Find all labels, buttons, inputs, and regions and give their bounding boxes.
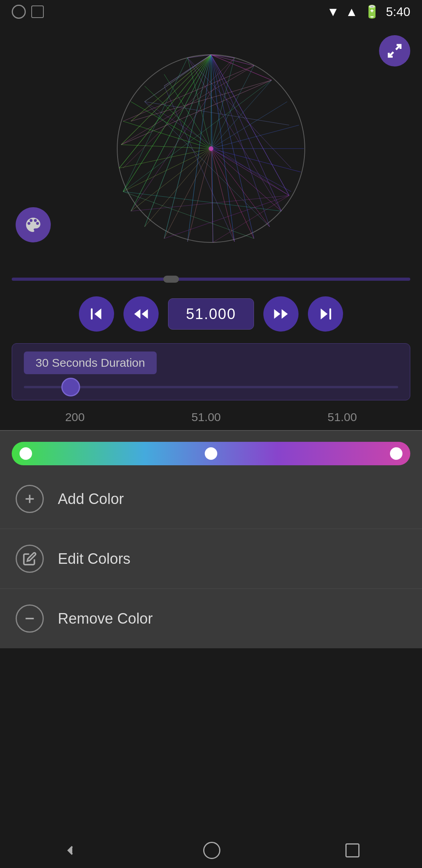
svg-line-22	[211, 55, 272, 80]
battery-icon: 🔋	[364, 4, 380, 19]
time-display: 51.000	[168, 298, 254, 330]
minus-icon	[23, 612, 37, 626]
svg-line-56	[123, 121, 211, 149]
svg-line-18	[164, 55, 211, 86]
svg-line-39	[121, 66, 254, 145]
svg-line-4	[211, 55, 281, 211]
palette-button[interactable]	[16, 207, 51, 242]
value-right: 51.00	[327, 411, 357, 424]
rewind-icon	[133, 306, 149, 322]
svg-line-7	[211, 55, 234, 242]
skip-back-icon	[88, 306, 105, 322]
remove-color-item[interactable]: Remove Color	[0, 589, 422, 648]
svg-line-69	[211, 149, 291, 192]
fullscreen-button[interactable]	[379, 35, 410, 66]
svg-marker-76	[274, 309, 281, 319]
svg-line-36	[188, 58, 281, 211]
remove-color-button[interactable]	[16, 604, 44, 633]
svg-line-31	[123, 192, 254, 239]
add-color-item[interactable]: Add Color	[0, 469, 422, 529]
plus-icon	[23, 492, 37, 506]
clock: 5:40	[386, 5, 410, 19]
svg-line-43	[211, 149, 289, 195]
svg-point-70	[209, 146, 213, 151]
svg-line-12	[131, 55, 211, 211]
svg-line-38	[123, 58, 234, 168]
svg-line-42	[131, 80, 272, 121]
edit-icon	[23, 552, 37, 566]
time-value: 51.000	[186, 306, 236, 323]
edit-colors-label: Edit Colors	[58, 551, 131, 567]
controls-row: 51.000	[0, 289, 422, 339]
skip-back-button[interactable]	[79, 296, 114, 332]
progress-thumb[interactable]	[163, 276, 179, 283]
svg-line-23	[131, 195, 289, 211]
gradient-bar-container	[0, 431, 422, 469]
spiral-visualization: /* rendered via direct SVG below */	[109, 47, 313, 250]
gradient-thumb-mid[interactable]	[205, 447, 217, 460]
svg-line-55	[121, 145, 211, 149]
svg-line-66	[211, 125, 299, 149]
svg-line-11	[145, 55, 211, 227]
home-button[interactable]	[203, 842, 220, 859]
status-bar: ▼ ▲ 🔋 5:40	[0, 0, 422, 23]
svg-marker-71	[95, 308, 102, 319]
wifi-icon: ▼	[327, 5, 339, 19]
gradient-thumb-left[interactable]	[20, 447, 32, 460]
back-icon	[63, 843, 78, 858]
svg-line-10	[164, 55, 211, 239]
status-right: ▼ ▲ 🔋 5:40	[327, 4, 410, 19]
fullscreen-icon	[387, 43, 402, 59]
values-row: 200 51.00 51.00	[0, 404, 422, 430]
svg-line-65	[211, 102, 287, 149]
svg-line-50	[164, 149, 211, 239]
progress-area	[0, 278, 422, 281]
svg-line-13	[123, 55, 211, 192]
duration-track[interactable]	[24, 386, 398, 388]
value-center: 51.00	[191, 411, 221, 424]
svg-marker-73	[134, 309, 141, 319]
svg-line-57	[131, 102, 211, 149]
recent-button[interactable]	[345, 843, 359, 857]
navigation-bar	[0, 833, 422, 868]
svg-marker-74	[142, 309, 148, 319]
svg-line-21	[211, 55, 254, 66]
gradient-thumb-right[interactable]	[390, 447, 402, 460]
status-square-icon	[31, 5, 44, 18]
svg-line-62	[211, 58, 234, 149]
visualization-area: /* rendered via direct SVG below */	[0, 23, 422, 274]
svg-line-29	[123, 192, 281, 211]
signal-icon: ▲	[345, 5, 358, 19]
progress-track[interactable]	[12, 278, 410, 281]
color-panel: Add Color Edit Colors Remove Color	[0, 430, 422, 648]
palette-icon	[25, 216, 42, 233]
duration-panel: 30 Seconds Duration	[12, 343, 410, 400]
svg-line-25	[211, 55, 289, 195]
duration-thumb[interactable]	[61, 378, 80, 396]
spiral-svg: /* rendered via direct SVG below */	[109, 47, 313, 250]
duration-label: 30 Seconds Duration	[24, 352, 157, 374]
svg-line-6	[211, 55, 254, 239]
svg-line-47	[211, 149, 234, 242]
home-icon	[203, 842, 220, 859]
gradient-bar[interactable]	[12, 442, 410, 465]
add-color-label: Add Color	[58, 491, 124, 508]
add-color-button[interactable]	[16, 485, 44, 513]
value-left: 200	[65, 411, 85, 424]
edit-colors-item[interactable]: Edit Colors	[0, 529, 422, 589]
status-circle-icon	[12, 5, 26, 19]
svg-line-26	[164, 195, 289, 239]
svg-line-30	[123, 58, 188, 192]
svg-line-33	[145, 102, 289, 125]
svg-line-45	[211, 149, 270, 227]
status-left	[12, 5, 44, 19]
fast-forward-icon	[273, 306, 289, 322]
edit-colors-button[interactable]	[16, 545, 44, 573]
fast-forward-button[interactable]	[263, 296, 299, 332]
skip-forward-icon	[317, 306, 334, 322]
rewind-button[interactable]	[123, 296, 159, 332]
back-button[interactable]	[63, 843, 78, 858]
remove-color-label: Remove Color	[58, 610, 153, 627]
skip-forward-button[interactable]	[308, 296, 343, 332]
recent-icon	[345, 843, 359, 857]
